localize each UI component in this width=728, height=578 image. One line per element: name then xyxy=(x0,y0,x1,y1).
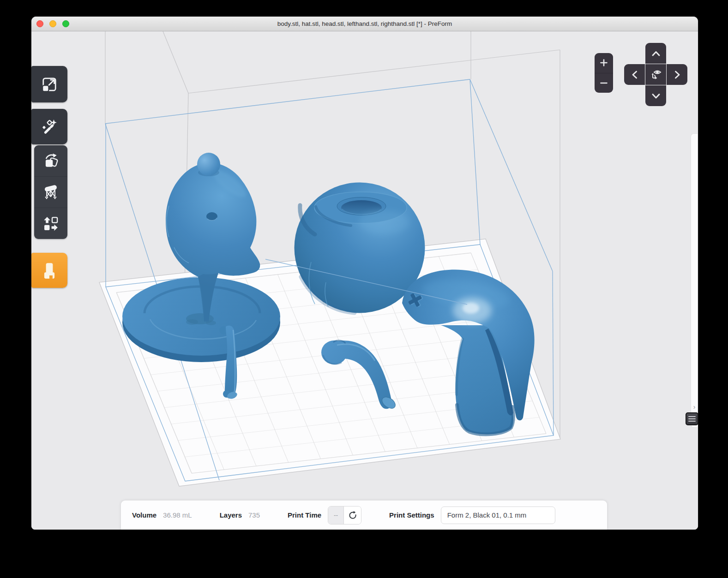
orientation-tool-button[interactable] xyxy=(34,145,67,176)
tool-group xyxy=(34,145,67,239)
volume-label: Volume xyxy=(132,511,156,519)
screenshot-root: body.stl, hat.stl, head.stl, lefthand.st… xyxy=(0,0,728,578)
window-title: body.stl, hat.stl, head.stl, lefthand.st… xyxy=(31,17,698,31)
layers-value: 735 xyxy=(248,511,260,519)
supports-tool-button[interactable] xyxy=(34,176,67,208)
recalculate-print-time-button[interactable] xyxy=(344,506,361,524)
chevron-down-icon xyxy=(650,90,662,102)
zoom-out-button[interactable] xyxy=(595,73,613,93)
view-orbit-eye-icon xyxy=(649,68,663,82)
print-settings-label: Print Settings xyxy=(389,511,434,519)
volume-value: 36.98 mL xyxy=(163,511,192,519)
info-drawer-strip[interactable] xyxy=(691,133,698,428)
fullscreen-button[interactable] xyxy=(62,20,69,27)
print-time-control: -- xyxy=(328,506,361,524)
3d-viewport[interactable] xyxy=(31,31,698,530)
print-time-value: -- xyxy=(328,506,344,524)
rotate-view-up-button[interactable] xyxy=(645,43,666,64)
minus-icon xyxy=(600,79,608,87)
plus-icon xyxy=(600,59,608,67)
chevron-right-icon xyxy=(671,69,683,81)
drawer-expand-chevron-icon[interactable]: › xyxy=(692,403,697,411)
magic-wand-icon xyxy=(41,119,58,135)
print-settings-selector[interactable]: Form 2, Black 01, 0.1 mm xyxy=(441,506,555,524)
chevron-up-icon xyxy=(650,48,662,60)
titlebar: body.stl, hat.stl, head.stl, lefthand.st… xyxy=(31,17,698,31)
layers-label: Layers xyxy=(220,511,242,519)
print-time-label: Print Time xyxy=(288,511,321,519)
chevron-left-icon xyxy=(629,69,641,81)
preform-window: body.stl, hat.stl, head.stl, lefthand.st… xyxy=(31,17,698,530)
drawer-handle[interactable] xyxy=(686,412,698,425)
rotate-icon xyxy=(42,153,59,169)
reset-view-button[interactable] xyxy=(645,64,666,85)
rotate-view-left-button[interactable] xyxy=(624,64,645,85)
one-click-print-button[interactable] xyxy=(31,109,67,144)
layout-tool-button[interactable] xyxy=(34,208,67,239)
zoom-control xyxy=(595,53,613,93)
rotate-view-right-button[interactable] xyxy=(667,64,687,85)
scale-icon xyxy=(41,76,58,93)
traffic-lights xyxy=(36,20,69,27)
print-button[interactable] xyxy=(31,253,67,288)
supports-icon xyxy=(42,184,59,201)
close-button[interactable] xyxy=(36,20,43,27)
refresh-icon xyxy=(348,511,357,520)
status-bar: Volume 36.98 mL Layers 735 Print Time --… xyxy=(121,501,607,530)
layout-icon xyxy=(42,215,59,232)
minimize-button[interactable] xyxy=(49,20,56,27)
rotate-view-down-button[interactable] xyxy=(645,85,666,106)
cartridge-icon xyxy=(41,262,58,279)
size-tool-button[interactable] xyxy=(31,66,67,102)
view-pad xyxy=(624,43,687,106)
zoom-in-button[interactable] xyxy=(595,53,613,73)
grip-icon xyxy=(688,416,696,417)
